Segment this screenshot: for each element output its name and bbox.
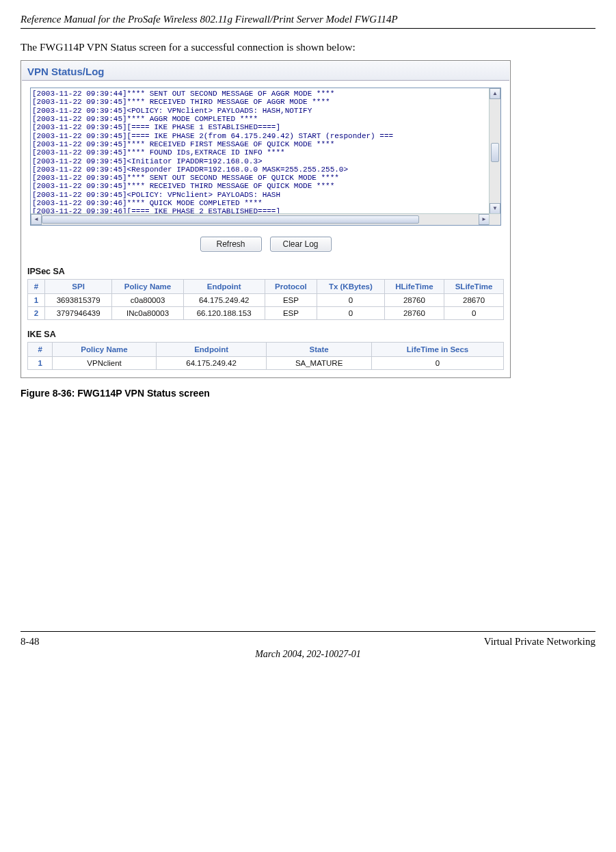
log-textarea[interactable]: [2003-11-22 09:39:44]**** SENT OUT SECON… <box>30 88 501 226</box>
refresh-button[interactable]: Refresh <box>200 237 262 252</box>
table-header-row: # SPI Policy Name Endpoint Protocol Tx (… <box>28 280 504 294</box>
scroll-left-icon[interactable]: ◄ <box>31 214 42 225</box>
ike-sa-label: IKE SA <box>22 327 509 341</box>
horizontal-scrollbar[interactable]: ◄ ► <box>31 213 490 225</box>
cell-policy: INc0a80003 <box>112 307 183 320</box>
table-row: 1 3693815379 c0a80003 64.175.249.42 ESP … <box>28 294 504 307</box>
log-line: [2003-11-22 09:39:45]**** FOUND IDs,EXTR… <box>32 148 499 157</box>
scroll-right-icon[interactable]: ► <box>479 214 490 225</box>
cell-hlife: 28760 <box>384 307 444 320</box>
table-row: 1 VPNclient 64.175.249.42 SA_MATURE 0 <box>28 357 504 370</box>
intro-text: The FWG114P VPN Status screen for a succ… <box>21 41 595 53</box>
ipsec-sa-label: IPSec SA <box>22 264 509 278</box>
screenshot-panel: VPN Status/Log [2003-11-22 09:39:44]****… <box>21 60 511 378</box>
log-line: [2003-11-22 09:39:45][==== IKE PHASE 2(f… <box>32 132 499 140</box>
log-line: [2003-11-22 09:39:45][==== IKE PHASE 1 E… <box>32 123 499 131</box>
log-line: [2003-11-22 09:39:45]<POLICY: VPNclient>… <box>32 107 499 115</box>
table-row: 2 3797946439 INc0a80003 66.120.188.153 E… <box>28 307 504 320</box>
col-policy: Policy Name <box>112 280 183 294</box>
cell-endpoint: 64.175.249.42 <box>156 357 266 370</box>
log-line: [2003-11-22 09:39:45]<POLICY: VPNclient>… <box>32 191 499 199</box>
log-line: [2003-11-22 09:39:45]<Initiator IPADDR=1… <box>32 157 499 165</box>
scroll-corner <box>489 213 500 225</box>
panel-title: VPN Status/Log <box>22 62 509 81</box>
ipsec-sa-table: # SPI Policy Name Endpoint Protocol Tx (… <box>27 279 504 320</box>
clear-log-button[interactable]: Clear Log <box>270 237 332 252</box>
log-content: [2003-11-22 09:39:44]**** SENT OUT SECON… <box>31 88 500 214</box>
log-line: [2003-11-22 09:39:44]**** SENT OUT SECON… <box>32 90 499 98</box>
col-tx: Tx (KBytes) <box>317 280 384 294</box>
log-line: [2003-11-22 09:39:45]**** AGGR MODE COMP… <box>32 115 499 123</box>
button-row: Refresh Clear Log <box>22 230 509 264</box>
vertical-scrollbar[interactable]: ▲ ▼ <box>489 88 500 214</box>
scroll-thumb-horizontal[interactable] <box>42 215 419 224</box>
cell-hlife: 28760 <box>384 294 444 307</box>
figure-caption: Figure 8-36: FWG114P VPN Status screen <box>21 388 595 399</box>
log-line: [2003-11-22 09:39:45]**** RECEIVED THIRD… <box>32 98 499 106</box>
footer-rule <box>21 631 595 632</box>
footer-section-title: Virtual Private Networking <box>484 636 595 648</box>
col-slife: SLifeTime <box>444 280 504 294</box>
page-header-title: Reference Manual for the ProSafe Wireles… <box>21 14 595 25</box>
cell-num: 2 <box>28 307 45 320</box>
log-line: [2003-11-22 09:39:45]**** RECEIVED FIRST… <box>32 140 499 148</box>
col-num: # <box>28 280 45 294</box>
col-state: State <box>267 343 372 357</box>
col-spi: SPI <box>44 280 112 294</box>
footer-page-number: 8-48 <box>21 636 40 648</box>
cell-life: 0 <box>371 357 503 370</box>
col-endpoint: Endpoint <box>156 343 266 357</box>
page-footer: 8-48 Virtual Private Networking March 20… <box>21 631 595 660</box>
cell-state: SA_MATURE <box>267 357 372 370</box>
cell-num: 1 <box>28 294 45 307</box>
log-line: [2003-11-22 09:39:45]**** RECEIVED THIRD… <box>32 182 499 190</box>
col-protocol: Protocol <box>265 280 317 294</box>
cell-slife: 28670 <box>444 294 504 307</box>
cell-endpoint: 66.120.188.153 <box>183 307 265 320</box>
log-line: [2003-11-22 09:39:45]**** SENT OUT SECON… <box>32 174 499 182</box>
cell-spi: 3797946439 <box>44 307 112 320</box>
cell-policy: VPNclient <box>53 357 157 370</box>
cell-protocol: ESP <box>265 307 317 320</box>
cell-spi: 3693815379 <box>44 294 112 307</box>
col-life: LifeTime in Secs <box>371 343 503 357</box>
log-line: [2003-11-22 09:39:45]<Responder IPADDR=1… <box>32 165 499 174</box>
cell-num: 1 <box>28 357 53 370</box>
col-endpoint: Endpoint <box>183 280 265 294</box>
cell-tx: 0 <box>317 294 384 307</box>
cell-tx: 0 <box>317 307 384 320</box>
cell-endpoint: 64.175.249.42 <box>183 294 265 307</box>
col-hlife: HLifeTime <box>384 280 444 294</box>
ike-sa-table: # Policy Name Endpoint State LifeTime in… <box>27 342 504 370</box>
log-line: [2003-11-22 09:39:46]**** QUICK MODE COM… <box>32 199 499 207</box>
col-num: # <box>28 343 53 357</box>
col-policy: Policy Name <box>53 343 157 357</box>
scroll-down-icon[interactable]: ▼ <box>490 203 500 214</box>
cell-protocol: ESP <box>265 294 317 307</box>
table-header-row: # Policy Name Endpoint State LifeTime in… <box>28 343 504 357</box>
scroll-thumb-vertical[interactable] <box>491 143 499 162</box>
cell-policy: c0a80003 <box>112 294 183 307</box>
cell-slife: 0 <box>444 307 504 320</box>
scroll-up-icon[interactable]: ▲ <box>490 88 500 99</box>
footer-date-doc: March 2004, 202-10027-01 <box>21 649 595 660</box>
header-rule <box>21 28 595 29</box>
